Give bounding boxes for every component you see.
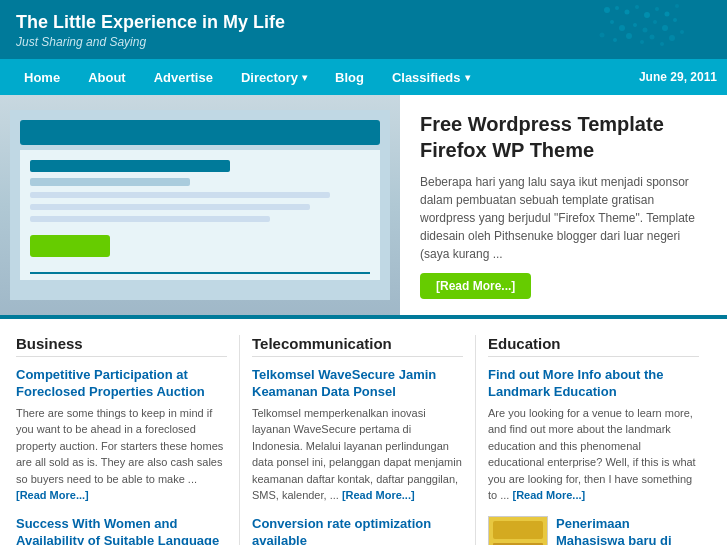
article-text: There are some things to keep in mind if…: [16, 405, 227, 504]
svg-rect-26: [30, 160, 230, 172]
article-title-5[interactable]: Find out More Info about the Landmark Ed…: [488, 367, 699, 401]
svg-point-4: [644, 12, 650, 18]
svg-point-0: [604, 7, 610, 13]
nav-label-blog: Blog: [335, 70, 364, 85]
article-title-2[interactable]: Success With Women and Availability of S…: [16, 516, 227, 545]
svg-point-19: [650, 35, 655, 40]
svg-rect-34: [493, 521, 543, 539]
nav-item-advertise[interactable]: Advertise: [140, 59, 227, 95]
svg-rect-29: [30, 204, 310, 210]
column-title-education: Education: [488, 335, 699, 357]
site-header: The Little Experience in My Life Just Sh…: [0, 0, 727, 59]
chevron-down-icon-2: ▾: [465, 72, 470, 83]
article-title-3[interactable]: Telkomsel WaveSecure Jamin Keamanan Data…: [252, 367, 463, 401]
svg-point-10: [633, 23, 637, 27]
svg-point-9: [619, 25, 625, 31]
article-with-thumb: ! Penerimaan Mahasiswa baru di Sekolah T…: [488, 516, 699, 545]
svg-point-3: [635, 5, 639, 9]
hero-image: [0, 95, 400, 315]
columns-section: Business Competitive Participation at Fo…: [0, 319, 727, 545]
svg-point-2: [625, 10, 630, 15]
svg-point-20: [660, 42, 664, 46]
article-title-4[interactable]: Conversion rate optimization available: [252, 516, 463, 545]
inline-read-more-3[interactable]: [Read More...]: [512, 489, 585, 501]
nav-label-about: About: [88, 70, 126, 85]
hero-image-svg: [10, 110, 390, 300]
nav-item-home[interactable]: Home: [10, 59, 74, 95]
svg-rect-31: [30, 235, 110, 257]
svg-rect-28: [30, 192, 330, 198]
svg-point-17: [626, 33, 632, 39]
column-title-business: Business: [16, 335, 227, 357]
article-title-6[interactable]: Penerimaan Mahasiswa baru di Sekolah Tin…: [556, 516, 699, 545]
svg-point-7: [675, 4, 679, 8]
svg-point-16: [613, 38, 617, 42]
svg-rect-27: [30, 178, 190, 186]
decorative-dots: [527, 0, 687, 70]
hero-title: Free Wordpress Template Firefox WP Theme: [420, 111, 707, 163]
nav-item-about[interactable]: About: [74, 59, 140, 95]
svg-rect-30: [30, 216, 270, 222]
article-text-2: Telkomsel memperkenalkan inovasi layanan…: [252, 405, 463, 504]
article-text-3: Are you looking for a venue to learn mor…: [488, 405, 699, 504]
svg-point-14: [673, 18, 677, 22]
nav-date: June 29, 2011: [639, 70, 717, 84]
column-education: Education Find out More Info about the L…: [476, 335, 711, 545]
nav-label-advertise: Advertise: [154, 70, 213, 85]
svg-point-8: [610, 20, 614, 24]
chevron-down-icon: ▾: [302, 72, 307, 83]
nav-label-home: Home: [24, 70, 60, 85]
column-telecom: Telecommunication Telkomsel WaveSecure J…: [240, 335, 476, 545]
thumb-inner: !: [489, 517, 547, 545]
article-thumbnail: !: [488, 516, 548, 545]
hero-read-more-button[interactable]: [Read More...]: [420, 273, 531, 299]
nav-label-directory: Directory: [241, 70, 298, 85]
column-business: Business Competitive Participation at Fo…: [16, 335, 240, 545]
nav-item-directory[interactable]: Directory ▾: [227, 59, 321, 95]
svg-rect-32: [30, 272, 370, 274]
hero-content: Free Wordpress Template Firefox WP Theme…: [400, 95, 727, 315]
svg-point-5: [655, 7, 659, 11]
nav-item-classifieds[interactable]: Classifieds ▾: [378, 59, 484, 95]
inline-read-more[interactable]: [Read More...]: [16, 489, 89, 501]
thumb-image: !: [489, 517, 547, 545]
svg-point-21: [669, 35, 675, 41]
hero-text: Beberapa hari yang lalu saya ikut menjad…: [420, 173, 707, 263]
article-block-2: Success With Women and Availability of S…: [16, 516, 227, 545]
svg-point-1: [615, 6, 619, 10]
svg-point-12: [653, 20, 657, 24]
nav-label-classifieds: Classifieds: [392, 70, 461, 85]
svg-point-13: [662, 25, 668, 31]
nav-item-blog[interactable]: Blog: [321, 59, 378, 95]
thumb-article-content: Penerimaan Mahasiswa baru di Sekolah Tin…: [556, 516, 699, 545]
svg-rect-24: [20, 120, 380, 145]
hero-image-inner: [0, 95, 400, 315]
svg-point-18: [640, 40, 644, 44]
article-block: Competitive Participation at Foreclosed …: [16, 367, 227, 504]
article-block-4: Conversion rate optimization available: [252, 516, 463, 545]
svg-point-15: [600, 33, 605, 38]
svg-point-6: [665, 12, 670, 17]
article-title[interactable]: Competitive Participation at Foreclosed …: [16, 367, 227, 401]
hero-section: Free Wordpress Template Firefox WP Theme…: [0, 95, 727, 315]
article-block-5: Find out More Info about the Landmark Ed…: [488, 367, 699, 504]
inline-read-more-2[interactable]: [Read More...]: [342, 489, 415, 501]
svg-point-22: [680, 30, 684, 34]
article-block-3: Telkomsel WaveSecure Jamin Keamanan Data…: [252, 367, 463, 504]
column-title-telecom: Telecommunication: [252, 335, 463, 357]
svg-point-11: [643, 28, 648, 33]
